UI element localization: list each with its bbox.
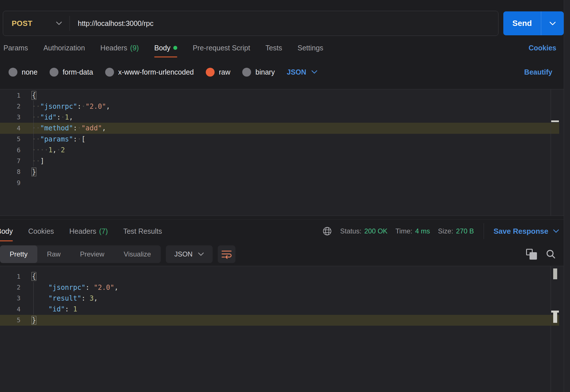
- send-options-caret[interactable]: [541, 11, 564, 35]
- radio-icon: [105, 68, 114, 77]
- chevron-down-icon: [56, 21, 62, 25]
- code-text: ··"params":·[: [28, 135, 85, 143]
- status-value: 200 OK: [364, 227, 387, 235]
- method-select[interactable]: POST: [3, 11, 70, 36]
- radio-x-www-form-urlencoded[interactable]: x-www-form-urlencoded: [105, 68, 194, 77]
- line-number: 1: [0, 92, 28, 99]
- chevron-down-icon: [549, 21, 556, 26]
- tab-body[interactable]: Body: [154, 36, 177, 60]
- code-line-7[interactable]: 7··]: [0, 155, 559, 166]
- view-preview[interactable]: Preview: [70, 245, 114, 263]
- scrollbar-highlight-marker: [551, 120, 559, 122]
- code-line-3[interactable]: 3 "result": 3,: [0, 293, 559, 304]
- app-window: POST http://localhost:3000/rpc Send Para…: [0, 0, 570, 392]
- tab-headers[interactable]: Headers (9): [100, 36, 139, 60]
- chevron-down-icon: [553, 229, 559, 233]
- scrollbar-thumb[interactable]: [553, 313, 557, 323]
- headers-count-badge: (9): [130, 44, 139, 52]
- radio-form-data[interactable]: form-data: [50, 68, 93, 77]
- scrollbar-thumb[interactable]: [553, 268, 557, 279]
- response-toolbar: Pretty Raw Preview Visualize JSON: [0, 243, 564, 266]
- line-number: 9: [0, 179, 28, 186]
- chevron-down-icon: [311, 70, 317, 74]
- url-input[interactable]: http://localhost:3000/rpc: [70, 19, 153, 28]
- code-line-4[interactable]: 4 "id": 1: [0, 304, 559, 315]
- radio-binary[interactable]: binary: [242, 68, 275, 77]
- meta-divider: [484, 223, 484, 239]
- view-pretty[interactable]: Pretty: [0, 245, 37, 263]
- tab-pre-request-script[interactable]: Pre-request Script: [193, 36, 250, 60]
- time-indicator: Time: 4 ms: [396, 227, 430, 235]
- view-raw[interactable]: Raw: [37, 245, 70, 263]
- copy-response-button[interactable]: [526, 249, 537, 260]
- line-number: 4: [0, 125, 28, 132]
- response-body-editor[interactable]: 1{2 "jsonrpc": "2.0",3 "result": 3,4 "id…: [0, 266, 564, 392]
- response-tab-body[interactable]: Body: [0, 220, 13, 243]
- response-tab-headers[interactable]: Headers (7): [69, 220, 108, 243]
- view-visualize[interactable]: Visualize: [114, 245, 161, 263]
- code-line-6[interactable]: 6····1,·2: [0, 145, 559, 155]
- response-toolbar-right: [526, 249, 556, 260]
- code-text: {: [28, 272, 36, 280]
- wrap-lines-button[interactable]: [218, 245, 235, 263]
- save-response-button[interactable]: Save Response: [494, 227, 559, 236]
- code-line-9[interactable]: 9: [0, 177, 559, 188]
- response-scrollbar-track[interactable]: [551, 266, 559, 392]
- search-response-button[interactable]: [545, 249, 556, 260]
- send-button-group: Send: [503, 11, 564, 35]
- code-line-5[interactable]: 5··"params":·[: [0, 134, 559, 145]
- radio-icon: [50, 68, 58, 77]
- response-format-select[interactable]: JSON: [166, 245, 213, 263]
- window-scrollbar-gutter[interactable]: [564, 0, 570, 392]
- response-headers-count-badge: (7): [99, 227, 108, 235]
- code-text: }: [28, 168, 36, 176]
- radio-none[interactable]: none: [9, 68, 38, 77]
- beautify-link[interactable]: Beautify: [524, 68, 552, 76]
- code-text: }: [28, 316, 36, 324]
- request-body-editor[interactable]: 1{2··"jsonrpc":·"2.0",3··"id":·1,4··"met…: [0, 89, 564, 216]
- method-label: POST: [12, 19, 32, 28]
- code-line-2[interactable]: 2 "jsonrpc": "2.0",: [0, 282, 559, 293]
- size-indicator: Size: 270 B: [438, 227, 474, 235]
- url-bar: POST http://localhost:3000/rpc: [3, 11, 498, 36]
- code-text: ··"jsonrpc":·"2.0",: [28, 102, 110, 110]
- body-format-select[interactable]: JSON: [287, 68, 317, 76]
- code-line-4[interactable]: 4··"method":·"add",: [0, 123, 559, 134]
- code-text: {: [28, 91, 36, 99]
- body-type-row: none form-data x-www-form-urlencoded raw…: [0, 60, 564, 84]
- tab-settings[interactable]: Settings: [298, 36, 323, 60]
- code-text: "jsonrpc": "2.0",: [28, 284, 118, 292]
- response-tab-test-results[interactable]: Test Results: [123, 220, 162, 243]
- line-number: 3: [0, 114, 28, 121]
- tab-authorization[interactable]: Authorization: [43, 36, 85, 60]
- code-text: ····1,·2: [28, 146, 65, 154]
- line-number: 1: [0, 273, 28, 280]
- active-tab-underline: [0, 240, 13, 241]
- size-value: 270 B: [456, 227, 474, 235]
- tab-tests[interactable]: Tests: [266, 36, 282, 60]
- line-number: 2: [0, 284, 28, 291]
- response-tabs: Body Cookies Headers (7) Test Results: [0, 220, 162, 243]
- code-text: "id": 1: [28, 305, 77, 313]
- radio-icon: [9, 68, 17, 77]
- spacer: [0, 84, 564, 89]
- code-line-8[interactable]: 8}: [0, 167, 559, 177]
- response-tab-cookies[interactable]: Cookies: [28, 220, 54, 243]
- code-line-5[interactable]: 5}: [0, 315, 559, 326]
- code-text: ··"id":·1,: [28, 113, 73, 121]
- radio-raw[interactable]: raw: [206, 68, 230, 77]
- code-line-1[interactable]: 1{: [0, 271, 559, 282]
- status-indicator: Status: 200 OK: [340, 227, 387, 235]
- send-button[interactable]: Send: [503, 11, 541, 35]
- tab-params[interactable]: Params: [3, 36, 28, 60]
- code-line-1[interactable]: 1{: [0, 90, 559, 101]
- line-number: 5: [0, 136, 28, 143]
- cookies-link[interactable]: Cookies: [529, 44, 556, 52]
- code-text: "result": 3,: [28, 294, 98, 302]
- chevron-down-icon: [198, 252, 204, 256]
- code-line-3[interactable]: 3··"id":·1,: [0, 112, 559, 123]
- code-line-2[interactable]: 2··"jsonrpc":·"2.0",: [0, 101, 559, 112]
- editor-scrollbar-track[interactable]: [551, 89, 559, 216]
- response-header: Body Cookies Headers (7) Test Results St…: [0, 220, 564, 243]
- request-url-row: POST http://localhost:3000/rpc Send: [0, 0, 564, 36]
